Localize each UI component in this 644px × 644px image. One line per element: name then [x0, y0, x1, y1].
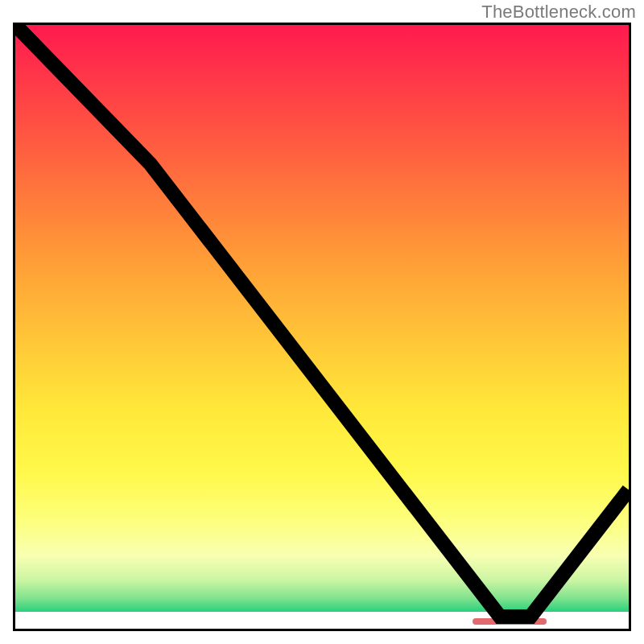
chart-frame — [13, 23, 631, 631]
attribution-text: TheBottleneck.com — [481, 2, 636, 23]
curve-path — [15, 25, 629, 617]
bottleneck-curve — [15, 25, 629, 629]
